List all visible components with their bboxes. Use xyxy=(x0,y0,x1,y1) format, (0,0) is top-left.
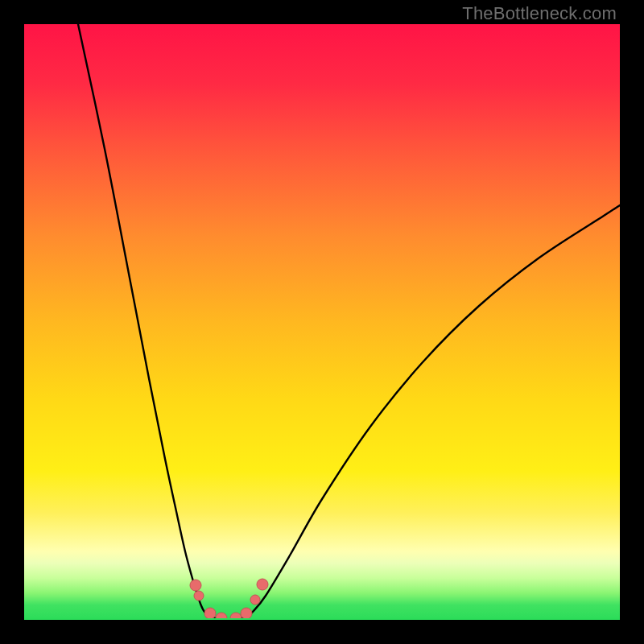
curve-marker xyxy=(250,595,260,605)
curve-marker xyxy=(241,608,252,619)
curve-marker xyxy=(194,591,204,601)
chart-overlay xyxy=(24,24,620,620)
curve-markers xyxy=(190,579,268,620)
curve-marker xyxy=(204,608,216,619)
plot-area xyxy=(24,24,620,620)
curve-marker xyxy=(190,580,201,591)
watermark-text: TheBottleneck.com xyxy=(462,3,617,24)
curve-marker xyxy=(257,579,268,590)
bottleneck-curve xyxy=(78,24,620,620)
green-floor-band xyxy=(24,618,620,620)
